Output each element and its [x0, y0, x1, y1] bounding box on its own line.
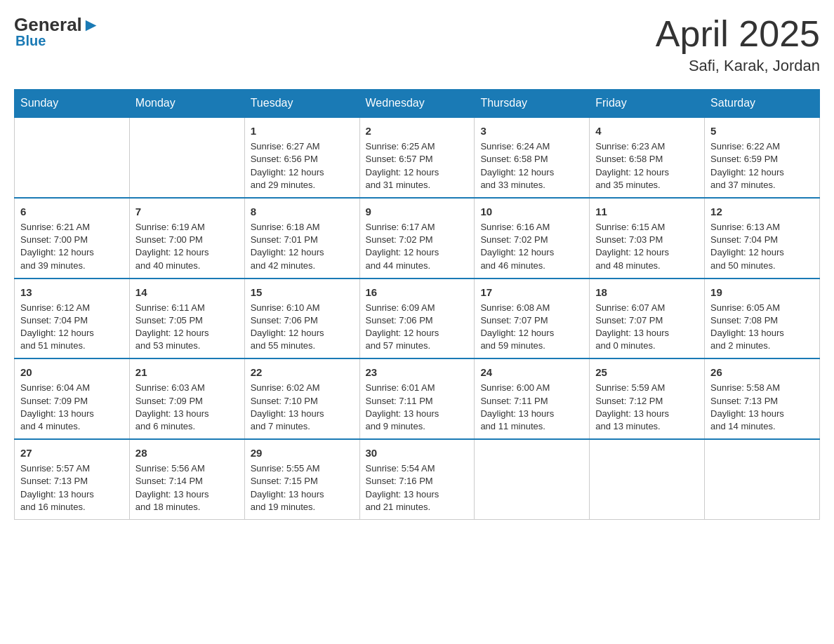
calendar-cell-w4-d5: 25Sunrise: 5:59 AMSunset: 7:12 PMDayligh… [590, 358, 705, 439]
day-number: 8 [251, 204, 354, 219]
day-info: Sunrise: 6:09 AMSunset: 7:06 PMDaylight:… [366, 302, 469, 353]
day-info: Sunrise: 6:21 AMSunset: 7:00 PMDaylight:… [20, 221, 124, 272]
title-block: April 2025 Safi, Karak, Jordan [656, 14, 820, 75]
day-info: Sunrise: 6:18 AMSunset: 7:01 PMDaylight:… [251, 221, 354, 272]
calendar-cell-w1-d6: 5Sunrise: 6:22 AMSunset: 6:59 PMDaylight… [705, 117, 820, 198]
calendar-cell-w2-d2: 8Sunrise: 6:18 AMSunset: 7:01 PMDaylight… [244, 198, 359, 279]
day-info: Sunrise: 6:16 AMSunset: 7:02 PMDaylight:… [480, 221, 583, 272]
calendar-cell-w1-d0 [15, 117, 130, 198]
calendar-cell-w3-d4: 17Sunrise: 6:08 AMSunset: 7:07 PMDayligh… [475, 279, 590, 359]
day-number: 2 [366, 123, 469, 138]
calendar-cell-w3-d1: 14Sunrise: 6:11 AMSunset: 7:05 PMDayligh… [129, 279, 244, 359]
calendar-cell-w2-d1: 7Sunrise: 6:19 AMSunset: 7:00 PMDaylight… [129, 198, 244, 279]
day-info: Sunrise: 6:02 AMSunset: 7:10 PMDaylight:… [251, 382, 354, 433]
day-number: 22 [251, 365, 354, 380]
day-number: 17 [480, 285, 583, 300]
day-number: 26 [710, 365, 814, 380]
day-number: 7 [135, 204, 239, 219]
calendar-cell-w2-d6: 12Sunrise: 6:13 AMSunset: 7:04 PMDayligh… [705, 198, 820, 279]
calendar-cell-w5-d6 [705, 439, 820, 519]
day-number: 20 [20, 365, 124, 380]
calendar-cell-w3-d5: 18Sunrise: 6:07 AMSunset: 7:07 PMDayligh… [590, 279, 705, 359]
calendar-cell-w4-d3: 23Sunrise: 6:01 AMSunset: 7:11 PMDayligh… [359, 358, 475, 439]
day-info: Sunrise: 5:57 AMSunset: 7:13 PMDaylight:… [20, 462, 124, 514]
day-number: 4 [595, 123, 699, 138]
col-wednesday: Wednesday [359, 90, 475, 118]
calendar-week-3: 13Sunrise: 6:12 AMSunset: 7:04 PMDayligh… [15, 279, 820, 359]
day-info: Sunrise: 6:17 AMSunset: 7:02 PMDaylight:… [366, 221, 469, 272]
day-info: Sunrise: 6:01 AMSunset: 7:11 PMDaylight:… [366, 382, 469, 433]
calendar-cell-w4-d6: 26Sunrise: 5:58 AMSunset: 7:13 PMDayligh… [705, 358, 820, 439]
calendar-cell-w2-d3: 9Sunrise: 6:17 AMSunset: 7:02 PMDaylight… [359, 198, 475, 279]
day-number: 24 [480, 365, 583, 380]
calendar-week-1: 1Sunrise: 6:27 AMSunset: 6:56 PMDaylight… [15, 117, 820, 198]
day-number: 15 [251, 285, 354, 300]
day-info: Sunrise: 5:54 AMSunset: 7:16 PMDaylight:… [366, 462, 469, 514]
day-info: Sunrise: 6:23 AMSunset: 6:58 PMDaylight:… [595, 140, 699, 192]
day-info: Sunrise: 5:55 AMSunset: 7:15 PMDaylight:… [251, 462, 354, 514]
day-info: Sunrise: 6:12 AMSunset: 7:04 PMDaylight:… [20, 302, 124, 353]
logo-subtitle: Blue [15, 33, 46, 49]
day-info: Sunrise: 6:13 AMSunset: 7:04 PMDaylight:… [710, 221, 814, 272]
day-number: 27 [20, 445, 124, 460]
page-header: General► Blue April 2025 Safi, Karak, Jo… [14, 14, 820, 75]
day-info: Sunrise: 6:05 AMSunset: 7:08 PMDaylight:… [710, 302, 814, 353]
day-number: 12 [710, 204, 814, 219]
day-number: 23 [366, 365, 469, 380]
day-info: Sunrise: 6:11 AMSunset: 7:05 PMDaylight:… [135, 302, 239, 353]
day-info: Sunrise: 6:07 AMSunset: 7:07 PMDaylight:… [595, 302, 699, 353]
calendar-cell-w4-d1: 21Sunrise: 6:03 AMSunset: 7:09 PMDayligh… [129, 358, 244, 439]
day-number: 3 [480, 123, 583, 138]
day-info: Sunrise: 5:58 AMSunset: 7:13 PMDaylight:… [710, 382, 814, 433]
day-info: Sunrise: 6:25 AMSunset: 6:57 PMDaylight:… [366, 140, 469, 192]
calendar-cell-w3-d2: 15Sunrise: 6:10 AMSunset: 7:06 PMDayligh… [244, 279, 359, 359]
day-number: 30 [366, 445, 469, 460]
calendar-cell-w5-d2: 29Sunrise: 5:55 AMSunset: 7:15 PMDayligh… [244, 439, 359, 519]
calendar-week-5: 27Sunrise: 5:57 AMSunset: 7:13 PMDayligh… [15, 439, 820, 519]
calendar-location: Safi, Karak, Jordan [656, 57, 820, 75]
day-info: Sunrise: 5:56 AMSunset: 7:14 PMDaylight:… [135, 462, 239, 514]
day-number: 28 [135, 445, 239, 460]
calendar-cell-w5-d5 [590, 439, 705, 519]
calendar-header-row: Sunday Monday Tuesday Wednesday Thursday… [15, 90, 820, 118]
day-number: 21 [135, 365, 239, 380]
calendar-cell-w3-d0: 13Sunrise: 6:12 AMSunset: 7:04 PMDayligh… [15, 279, 130, 359]
day-number: 18 [595, 285, 699, 300]
day-info: Sunrise: 6:24 AMSunset: 6:58 PMDaylight:… [480, 140, 583, 192]
day-info: Sunrise: 6:19 AMSunset: 7:00 PMDaylight:… [135, 221, 239, 272]
calendar-table: Sunday Monday Tuesday Wednesday Thursday… [14, 89, 820, 520]
logo: General► Blue [14, 14, 100, 49]
day-number: 5 [710, 123, 814, 138]
day-info: Sunrise: 5:59 AMSunset: 7:12 PMDaylight:… [595, 382, 699, 433]
day-number: 1 [251, 123, 354, 138]
calendar-cell-w5-d0: 27Sunrise: 5:57 AMSunset: 7:13 PMDayligh… [15, 439, 130, 519]
day-info: Sunrise: 6:22 AMSunset: 6:59 PMDaylight:… [710, 140, 814, 192]
calendar-cell-w2-d4: 10Sunrise: 6:16 AMSunset: 7:02 PMDayligh… [475, 198, 590, 279]
day-info: Sunrise: 6:27 AMSunset: 6:56 PMDaylight:… [251, 140, 354, 192]
day-info: Sunrise: 6:00 AMSunset: 7:11 PMDaylight:… [480, 382, 583, 433]
col-tuesday: Tuesday [244, 90, 359, 118]
day-number: 25 [595, 365, 699, 380]
calendar-cell-w5-d1: 28Sunrise: 5:56 AMSunset: 7:14 PMDayligh… [129, 439, 244, 519]
col-friday: Friday [590, 90, 705, 118]
day-info: Sunrise: 6:08 AMSunset: 7:07 PMDaylight:… [480, 302, 583, 353]
day-number: 16 [366, 285, 469, 300]
calendar-week-4: 20Sunrise: 6:04 AMSunset: 7:09 PMDayligh… [15, 358, 820, 439]
calendar-title: April 2025 [656, 14, 820, 54]
calendar-cell-w2-d0: 6Sunrise: 6:21 AMSunset: 7:00 PMDaylight… [15, 198, 130, 279]
col-monday: Monday [129, 90, 244, 118]
calendar-cell-w3-d3: 16Sunrise: 6:09 AMSunset: 7:06 PMDayligh… [359, 279, 475, 359]
calendar-cell-w1-d2: 1Sunrise: 6:27 AMSunset: 6:56 PMDaylight… [244, 117, 359, 198]
calendar-cell-w5-d3: 30Sunrise: 5:54 AMSunset: 7:16 PMDayligh… [359, 439, 475, 519]
day-info: Sunrise: 6:03 AMSunset: 7:09 PMDaylight:… [135, 382, 239, 433]
calendar-cell-w4-d4: 24Sunrise: 6:00 AMSunset: 7:11 PMDayligh… [475, 358, 590, 439]
day-number: 13 [20, 285, 124, 300]
calendar-cell-w5-d4 [475, 439, 590, 519]
day-info: Sunrise: 6:04 AMSunset: 7:09 PMDaylight:… [20, 382, 124, 433]
calendar-cell-w4-d2: 22Sunrise: 6:02 AMSunset: 7:10 PMDayligh… [244, 358, 359, 439]
day-number: 11 [595, 204, 699, 219]
col-thursday: Thursday [475, 90, 590, 118]
calendar-cell-w3-d6: 19Sunrise: 6:05 AMSunset: 7:08 PMDayligh… [705, 279, 820, 359]
col-saturday: Saturday [705, 90, 820, 118]
day-number: 10 [480, 204, 583, 219]
